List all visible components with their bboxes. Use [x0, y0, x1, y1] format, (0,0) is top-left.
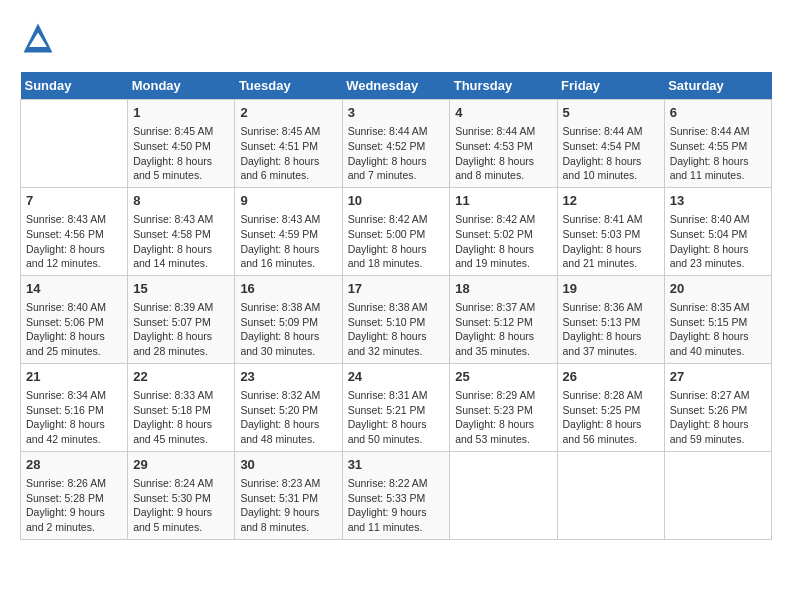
day-number: 10 [348, 192, 445, 210]
day-number: 21 [26, 368, 122, 386]
day-info: Sunrise: 8:45 AMSunset: 4:51 PMDaylight:… [240, 124, 336, 183]
day-header-monday: Monday [128, 72, 235, 100]
calendar-cell: 17Sunrise: 8:38 AMSunset: 5:10 PMDayligh… [342, 275, 450, 363]
calendar-cell: 27Sunrise: 8:27 AMSunset: 5:26 PMDayligh… [664, 363, 771, 451]
day-info: Sunrise: 8:24 AMSunset: 5:30 PMDaylight:… [133, 476, 229, 535]
day-info: Sunrise: 8:43 AMSunset: 4:56 PMDaylight:… [26, 212, 122, 271]
calendar-cell: 5Sunrise: 8:44 AMSunset: 4:54 PMDaylight… [557, 100, 664, 188]
calendar-cell: 3Sunrise: 8:44 AMSunset: 4:52 PMDaylight… [342, 100, 450, 188]
day-number: 19 [563, 280, 659, 298]
day-header-saturday: Saturday [664, 72, 771, 100]
day-info: Sunrise: 8:32 AMSunset: 5:20 PMDaylight:… [240, 388, 336, 447]
day-info: Sunrise: 8:22 AMSunset: 5:33 PMDaylight:… [348, 476, 445, 535]
day-number: 9 [240, 192, 336, 210]
day-number: 1 [133, 104, 229, 122]
calendar-cell [557, 451, 664, 539]
day-header-friday: Friday [557, 72, 664, 100]
logo [20, 20, 60, 56]
calendar-cell: 12Sunrise: 8:41 AMSunset: 5:03 PMDayligh… [557, 187, 664, 275]
day-info: Sunrise: 8:41 AMSunset: 5:03 PMDaylight:… [563, 212, 659, 271]
day-number: 13 [670, 192, 766, 210]
calendar-week-1: 1Sunrise: 8:45 AMSunset: 4:50 PMDaylight… [21, 100, 772, 188]
day-info: Sunrise: 8:31 AMSunset: 5:21 PMDaylight:… [348, 388, 445, 447]
day-number: 17 [348, 280, 445, 298]
day-header-wednesday: Wednesday [342, 72, 450, 100]
day-number: 20 [670, 280, 766, 298]
page-header [20, 20, 772, 56]
calendar-cell: 4Sunrise: 8:44 AMSunset: 4:53 PMDaylight… [450, 100, 557, 188]
day-info: Sunrise: 8:27 AMSunset: 5:26 PMDaylight:… [670, 388, 766, 447]
day-number: 26 [563, 368, 659, 386]
calendar-cell [450, 451, 557, 539]
day-info: Sunrise: 8:44 AMSunset: 4:55 PMDaylight:… [670, 124, 766, 183]
day-number: 2 [240, 104, 336, 122]
day-number: 28 [26, 456, 122, 474]
logo-icon [20, 20, 56, 56]
day-number: 23 [240, 368, 336, 386]
calendar-cell: 7Sunrise: 8:43 AMSunset: 4:56 PMDaylight… [21, 187, 128, 275]
day-info: Sunrise: 8:43 AMSunset: 4:58 PMDaylight:… [133, 212, 229, 271]
calendar-cell [21, 100, 128, 188]
calendar-cell: 30Sunrise: 8:23 AMSunset: 5:31 PMDayligh… [235, 451, 342, 539]
day-number: 27 [670, 368, 766, 386]
day-info: Sunrise: 8:29 AMSunset: 5:23 PMDaylight:… [455, 388, 551, 447]
calendar-table: SundayMondayTuesdayWednesdayThursdayFrid… [20, 72, 772, 540]
day-header-thursday: Thursday [450, 72, 557, 100]
day-number: 31 [348, 456, 445, 474]
day-info: Sunrise: 8:37 AMSunset: 5:12 PMDaylight:… [455, 300, 551, 359]
calendar-cell: 2Sunrise: 8:45 AMSunset: 4:51 PMDaylight… [235, 100, 342, 188]
day-info: Sunrise: 8:28 AMSunset: 5:25 PMDaylight:… [563, 388, 659, 447]
calendar-cell: 15Sunrise: 8:39 AMSunset: 5:07 PMDayligh… [128, 275, 235, 363]
day-info: Sunrise: 8:40 AMSunset: 5:04 PMDaylight:… [670, 212, 766, 271]
day-number: 29 [133, 456, 229, 474]
day-number: 15 [133, 280, 229, 298]
calendar-cell: 29Sunrise: 8:24 AMSunset: 5:30 PMDayligh… [128, 451, 235, 539]
day-header-sunday: Sunday [21, 72, 128, 100]
day-info: Sunrise: 8:44 AMSunset: 4:52 PMDaylight:… [348, 124, 445, 183]
calendar-cell: 28Sunrise: 8:26 AMSunset: 5:28 PMDayligh… [21, 451, 128, 539]
day-info: Sunrise: 8:40 AMSunset: 5:06 PMDaylight:… [26, 300, 122, 359]
calendar-cell: 11Sunrise: 8:42 AMSunset: 5:02 PMDayligh… [450, 187, 557, 275]
calendar-cell: 19Sunrise: 8:36 AMSunset: 5:13 PMDayligh… [557, 275, 664, 363]
day-number: 3 [348, 104, 445, 122]
day-number: 6 [670, 104, 766, 122]
calendar-week-5: 28Sunrise: 8:26 AMSunset: 5:28 PMDayligh… [21, 451, 772, 539]
day-number: 12 [563, 192, 659, 210]
day-info: Sunrise: 8:36 AMSunset: 5:13 PMDaylight:… [563, 300, 659, 359]
calendar-cell: 10Sunrise: 8:42 AMSunset: 5:00 PMDayligh… [342, 187, 450, 275]
day-info: Sunrise: 8:35 AMSunset: 5:15 PMDaylight:… [670, 300, 766, 359]
day-number: 11 [455, 192, 551, 210]
calendar-cell: 1Sunrise: 8:45 AMSunset: 4:50 PMDaylight… [128, 100, 235, 188]
day-info: Sunrise: 8:33 AMSunset: 5:18 PMDaylight:… [133, 388, 229, 447]
day-number: 18 [455, 280, 551, 298]
day-number: 25 [455, 368, 551, 386]
day-info: Sunrise: 8:34 AMSunset: 5:16 PMDaylight:… [26, 388, 122, 447]
day-info: Sunrise: 8:39 AMSunset: 5:07 PMDaylight:… [133, 300, 229, 359]
calendar-cell: 18Sunrise: 8:37 AMSunset: 5:12 PMDayligh… [450, 275, 557, 363]
day-info: Sunrise: 8:42 AMSunset: 5:02 PMDaylight:… [455, 212, 551, 271]
calendar-cell: 25Sunrise: 8:29 AMSunset: 5:23 PMDayligh… [450, 363, 557, 451]
day-info: Sunrise: 8:26 AMSunset: 5:28 PMDaylight:… [26, 476, 122, 535]
calendar-cell: 21Sunrise: 8:34 AMSunset: 5:16 PMDayligh… [21, 363, 128, 451]
calendar-week-4: 21Sunrise: 8:34 AMSunset: 5:16 PMDayligh… [21, 363, 772, 451]
calendar-cell: 13Sunrise: 8:40 AMSunset: 5:04 PMDayligh… [664, 187, 771, 275]
calendar-cell: 8Sunrise: 8:43 AMSunset: 4:58 PMDaylight… [128, 187, 235, 275]
day-info: Sunrise: 8:42 AMSunset: 5:00 PMDaylight:… [348, 212, 445, 271]
calendar-cell [664, 451, 771, 539]
day-number: 5 [563, 104, 659, 122]
day-number: 16 [240, 280, 336, 298]
day-number: 4 [455, 104, 551, 122]
day-header-tuesday: Tuesday [235, 72, 342, 100]
calendar-cell: 14Sunrise: 8:40 AMSunset: 5:06 PMDayligh… [21, 275, 128, 363]
day-number: 24 [348, 368, 445, 386]
calendar-cell: 9Sunrise: 8:43 AMSunset: 4:59 PMDaylight… [235, 187, 342, 275]
calendar-cell: 22Sunrise: 8:33 AMSunset: 5:18 PMDayligh… [128, 363, 235, 451]
day-info: Sunrise: 8:44 AMSunset: 4:53 PMDaylight:… [455, 124, 551, 183]
day-info: Sunrise: 8:43 AMSunset: 4:59 PMDaylight:… [240, 212, 336, 271]
calendar-cell: 23Sunrise: 8:32 AMSunset: 5:20 PMDayligh… [235, 363, 342, 451]
day-info: Sunrise: 8:45 AMSunset: 4:50 PMDaylight:… [133, 124, 229, 183]
calendar-cell: 31Sunrise: 8:22 AMSunset: 5:33 PMDayligh… [342, 451, 450, 539]
day-number: 30 [240, 456, 336, 474]
day-info: Sunrise: 8:38 AMSunset: 5:09 PMDaylight:… [240, 300, 336, 359]
calendar-week-3: 14Sunrise: 8:40 AMSunset: 5:06 PMDayligh… [21, 275, 772, 363]
